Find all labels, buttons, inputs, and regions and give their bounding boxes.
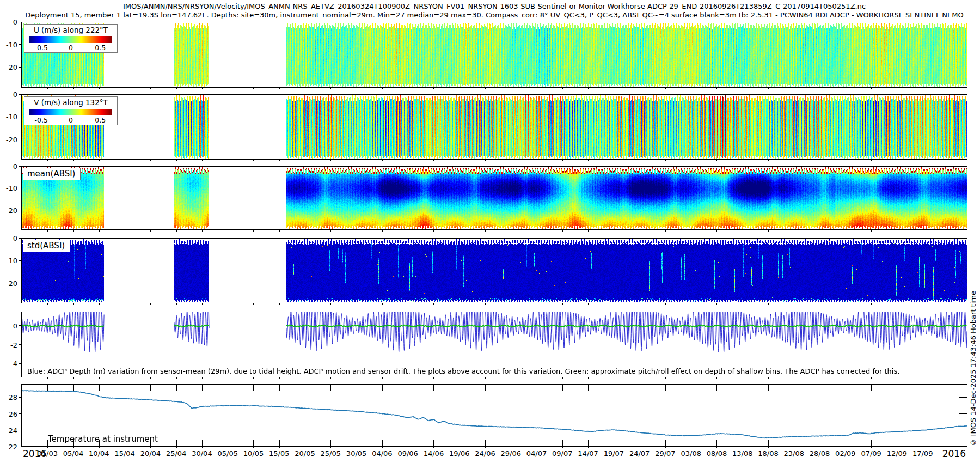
mean-absi-heatmap-canvas (22, 167, 967, 229)
x-tick-mark (357, 160, 357, 161)
x-tick-mark (202, 230, 203, 232)
x-tick-mark (228, 303, 228, 305)
x-tick-mark (846, 440, 846, 446)
mean-absi-label: mean(ABSI) (23, 168, 81, 180)
x-tick-mark (846, 230, 846, 232)
x-tick-mark (408, 385, 408, 391)
x-tick-mark (202, 88, 203, 89)
x-tick-mark (846, 303, 846, 305)
x-tick-mark (408, 88, 408, 89)
x-tick-mark (150, 447, 151, 448)
x-tick-mark (485, 160, 486, 161)
x-tick-mark (820, 440, 820, 446)
x-tick-mark (691, 303, 691, 305)
x-tick-mark (588, 447, 589, 448)
x-tick-mark (47, 88, 48, 89)
x-tick-mark (228, 385, 228, 391)
x-tick-mark (99, 303, 100, 305)
depth-variation-note: Blue: ADCP Depth (m) variation from sens… (27, 367, 899, 375)
x-tick-mark (279, 447, 280, 448)
x-tick-mark (279, 385, 280, 391)
x-tick-mark (511, 377, 511, 379)
x-tick-mark (614, 160, 614, 161)
x-tick-mark (357, 377, 357, 379)
x-tick-mark (433, 385, 434, 391)
y-tick-label: 0 (0, 234, 17, 242)
x-tick-mark (897, 377, 897, 379)
x-tick-mark (382, 230, 383, 232)
x-tick-mark (47, 303, 48, 305)
y-tick-label: -10 (0, 40, 17, 48)
x-tick-mark (640, 447, 640, 448)
x-tick-mark (768, 160, 769, 161)
x-tick-mark (485, 303, 486, 305)
x-tick-mark (47, 377, 48, 379)
y-tick-label: 0 (0, 321, 17, 330)
x-tick-mark (820, 385, 820, 391)
depth-variation-panel: Blue: ADCP Depth (m) variation from sens… (21, 312, 967, 377)
y-tick-mark (19, 166, 22, 167)
x-tick-mark (433, 447, 434, 448)
x-tick-mark (871, 377, 872, 379)
x-tick-mark (382, 385, 383, 391)
x-tick-mark (640, 230, 640, 232)
x-tick-mark (897, 160, 897, 161)
x-tick-mark (716, 377, 717, 379)
x-tick-mark (74, 447, 74, 448)
x-tick-mark (253, 385, 254, 391)
x-tick-mark (202, 377, 203, 379)
x-tick-mark (871, 385, 872, 391)
x-tick-mark (408, 440, 408, 446)
x-tick-mark (691, 377, 691, 379)
x-tick-mark (176, 160, 177, 161)
x-tick-mark (176, 440, 177, 446)
x-tick-mark (279, 88, 280, 89)
y-tick-label: -20 (0, 135, 17, 143)
x-tick-mark (665, 160, 666, 161)
x-tick-mark (665, 440, 666, 446)
x-tick-mark (871, 88, 872, 89)
x-tick-mark (485, 230, 486, 232)
x-tick-mark (640, 385, 640, 391)
x-tick-mark (74, 377, 74, 379)
x-tick-mark (305, 230, 305, 232)
x-tick-mark (511, 385, 511, 391)
x-tick-mark (743, 303, 743, 305)
x-tick-mark (99, 447, 100, 448)
x-tick-mark (305, 440, 305, 446)
x-tick-mark (202, 440, 203, 446)
y-tick-mark (19, 238, 22, 239)
x-tick-mark (768, 440, 769, 446)
x-tick-mark (357, 230, 357, 232)
x-tick-mark (485, 447, 486, 448)
x-tick-mark (665, 377, 666, 379)
x-tick-mark (614, 440, 614, 446)
x-tick-mark (691, 440, 691, 446)
x-tick-mark (691, 385, 691, 391)
x-tick-mark (253, 303, 254, 305)
y-tick-mark (19, 344, 22, 345)
y-tick-mark (19, 260, 22, 261)
x-tick-mark (330, 385, 331, 391)
x-tick-mark (614, 88, 614, 89)
x-tick-mark (897, 385, 897, 391)
x-tick-mark (716, 385, 717, 391)
y-tick-label: 24 (0, 426, 17, 434)
x-tick-mark (74, 88, 74, 89)
x-tick-mark (614, 377, 614, 379)
x-tick-mark (176, 230, 177, 232)
x-tick-mark (305, 385, 305, 391)
x-tick-mark (150, 377, 151, 379)
x-tick-mark (125, 88, 125, 89)
x-tick-mark (537, 385, 537, 391)
x-tick-mark (923, 440, 923, 446)
x-tick-mark (743, 385, 743, 391)
x-tick-mark (743, 440, 743, 446)
x-tick-mark (562, 230, 563, 232)
x-tick-mark (74, 303, 74, 305)
x-tick-mark (150, 160, 151, 161)
x-tick-label: 17/09 (905, 449, 940, 458)
x-tick-mark (99, 377, 100, 379)
x-tick-mark (794, 440, 794, 446)
x-tick-mark (330, 160, 331, 161)
